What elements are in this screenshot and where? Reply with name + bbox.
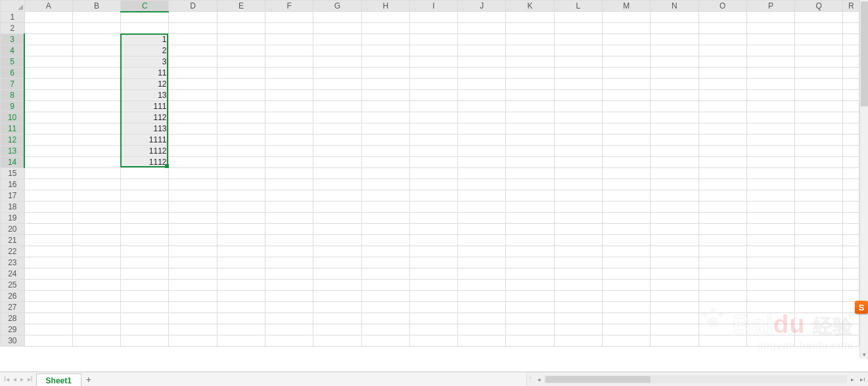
cell-J13[interactable] [458,146,506,157]
cell-B14[interactable] [72,157,120,168]
cell-Q7[interactable] [795,79,843,90]
row-header-2[interactable]: 2 [1,23,25,34]
cell-O23[interactable] [698,257,746,268]
cell-K7[interactable] [506,79,554,90]
cell-E28[interactable] [217,313,265,324]
cell-J12[interactable] [458,135,506,146]
cell-B25[interactable] [72,280,120,291]
cell-C11[interactable]: 113 [121,123,169,135]
cell-C18[interactable] [121,202,169,213]
cell-E2[interactable] [217,23,265,34]
cell-B26[interactable] [72,291,120,302]
cell-A7[interactable] [24,79,72,90]
cell-G21[interactable] [313,235,361,246]
cell-J4[interactable] [458,45,506,56]
cell-F17[interactable] [265,190,313,202]
cell-D25[interactable] [169,280,217,291]
column-header-N[interactable]: N [651,1,698,12]
cell-N4[interactable] [651,45,698,56]
cell-I28[interactable] [409,313,457,324]
cell-E16[interactable] [217,179,265,190]
cell-F11[interactable] [265,123,313,135]
hscroll-thumb[interactable] [545,376,651,383]
cell-K24[interactable] [506,268,554,280]
cell-E24[interactable] [217,268,265,280]
cell-G5[interactable] [313,56,361,68]
row-header-17[interactable]: 17 [1,190,25,202]
cell-C20[interactable] [121,224,169,235]
cell-P28[interactable] [746,313,794,324]
cell-F14[interactable] [265,157,313,168]
row-header-5[interactable]: 5 [1,56,25,68]
cell-C14[interactable]: 1112 [121,157,169,168]
cell-O22[interactable] [698,246,746,257]
cell-N16[interactable] [651,179,698,190]
cell-F27[interactable] [265,302,313,313]
cell-N18[interactable] [651,202,698,213]
cell-N27[interactable] [651,302,698,313]
cell-A27[interactable] [24,302,72,313]
cell-L18[interactable] [554,202,602,213]
cell-O17[interactable] [698,190,746,202]
cell-P14[interactable] [746,157,794,168]
cell-A13[interactable] [24,146,72,157]
cell-C1[interactable] [121,12,169,23]
cell-C30[interactable] [121,335,169,347]
cell-I19[interactable] [409,213,457,224]
cell-E6[interactable] [217,68,265,79]
cell-B2[interactable] [72,23,120,34]
cell-N1[interactable] [651,12,698,23]
cell-P3[interactable] [746,34,794,45]
cell-H20[interactable] [361,224,409,235]
ime-indicator[interactable]: S [855,301,868,314]
cell-J26[interactable] [458,291,506,302]
cell-L14[interactable] [554,157,602,168]
cell-K12[interactable] [506,135,554,146]
cell-K20[interactable] [506,224,554,235]
cell-H16[interactable] [361,179,409,190]
cell-J1[interactable] [458,12,506,23]
cell-Q9[interactable] [795,101,843,112]
cell-E21[interactable] [217,235,265,246]
cell-O29[interactable] [698,324,746,335]
cell-R20[interactable] [843,224,859,235]
cell-B10[interactable] [72,112,120,123]
cell-N2[interactable] [651,23,698,34]
cell-I4[interactable] [409,45,457,56]
cell-P2[interactable] [746,23,794,34]
column-header-K[interactable]: K [506,1,554,12]
row-header-8[interactable]: 8 [1,90,25,101]
cell-K28[interactable] [506,313,554,324]
cell-P15[interactable] [746,168,794,179]
cell-D26[interactable] [169,291,217,302]
cell-H18[interactable] [361,202,409,213]
cell-E22[interactable] [217,246,265,257]
cell-I27[interactable] [409,302,457,313]
cell-G2[interactable] [313,23,361,34]
cell-B18[interactable] [72,202,120,213]
cell-M21[interactable] [603,235,651,246]
cell-E7[interactable] [217,79,265,90]
cell-O18[interactable] [698,202,746,213]
cell-B9[interactable] [72,101,120,112]
cell-I13[interactable] [409,146,457,157]
cell-N15[interactable] [651,168,698,179]
cell-N19[interactable] [651,213,698,224]
cell-H10[interactable] [361,112,409,123]
cell-G13[interactable] [313,146,361,157]
grid-area[interactable]: ABCDEFGHIJKLMNOPQR1231425361171281391111… [0,0,868,372]
cell-H29[interactable] [361,324,409,335]
cell-R25[interactable] [843,280,859,291]
cell-F8[interactable] [265,90,313,101]
cell-R18[interactable] [843,202,859,213]
row-header-24[interactable]: 24 [1,268,25,280]
cell-P9[interactable] [746,101,794,112]
cell-D3[interactable] [169,34,217,45]
cell-A12[interactable] [24,135,72,146]
cell-K15[interactable] [506,168,554,179]
cell-C12[interactable]: 1111 [121,135,169,146]
cell-P7[interactable] [746,79,794,90]
cell-C2[interactable] [121,23,169,34]
column-header-Q[interactable]: Q [795,1,843,12]
cell-Q10[interactable] [795,112,843,123]
